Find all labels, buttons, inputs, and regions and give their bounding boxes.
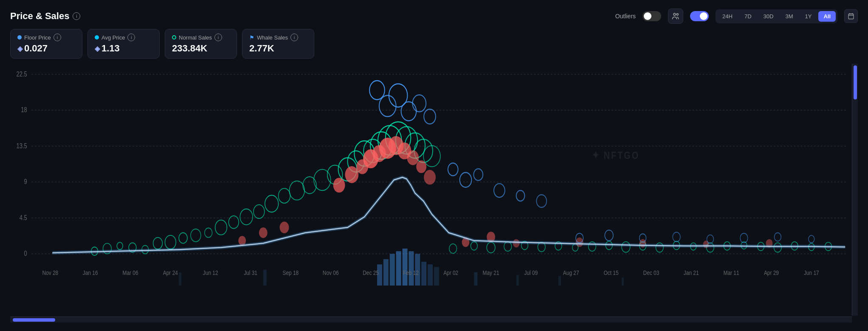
svg-point-0 <box>674 13 676 15</box>
svg-point-98 <box>416 160 426 173</box>
svg-point-101 <box>259 227 268 238</box>
svg-rect-32 <box>622 277 624 286</box>
svg-point-102 <box>280 222 289 233</box>
svg-text:13.5: 13.5 <box>17 142 27 150</box>
scrollbar-bottom[interactable] <box>10 317 852 323</box>
normal-sales-label: Normal Sales i <box>172 34 230 41</box>
svg-rect-22 <box>396 251 401 286</box>
floor-price-card: Floor Price i ◈ 0.027 <box>10 29 82 59</box>
svg-rect-34 <box>179 272 181 286</box>
svg-text:Jul 09: Jul 09 <box>524 269 538 277</box>
page-title: Price & Sales <box>10 11 69 22</box>
controls: Outliers 24H 7D 30D 3M <box>615 8 858 24</box>
outliers-toggle-knob <box>644 12 651 20</box>
avg-price-eth: ◈ <box>95 45 100 53</box>
scrollbar-right-thumb <box>854 65 857 99</box>
title-info-icon[interactable]: i <box>73 12 80 20</box>
svg-point-99 <box>424 170 436 185</box>
svg-text:18: 18 <box>21 106 27 114</box>
svg-text:Dec 03: Dec 03 <box>643 269 659 277</box>
svg-text:Sep 18: Sep 18 <box>282 269 299 277</box>
svg-text:Nov 06: Nov 06 <box>323 269 339 277</box>
calendar-icon <box>848 13 854 20</box>
time-btn-1y[interactable]: 1Y <box>800 11 817 22</box>
svg-rect-29 <box>474 272 477 286</box>
svg-text:May 21: May 21 <box>483 269 499 277</box>
avg-price-label-text: Avg Price <box>101 34 125 41</box>
normal-sales-info[interactable]: i <box>214 34 222 41</box>
svg-rect-23 <box>403 249 408 286</box>
floor-price-info[interactable]: i <box>54 34 61 41</box>
outliers-toggle[interactable] <box>643 11 661 21</box>
svg-text:Jan 21: Jan 21 <box>684 269 699 277</box>
chart-area: 22.5 18 13.5 9 4.5 0 <box>10 64 858 323</box>
svg-rect-21 <box>390 254 395 286</box>
normal-sales-dot <box>172 35 176 40</box>
avg-price-info[interactable]: i <box>127 34 135 41</box>
time-btn-all[interactable]: All <box>818 11 836 22</box>
time-filters: 24H 7D 30D 3M 1Y All <box>716 9 837 23</box>
floor-price-label: Floor Price i <box>17 34 75 41</box>
svg-text:Apr 02: Apr 02 <box>443 269 458 277</box>
svg-text:Nov 28: Nov 28 <box>42 269 58 277</box>
svg-rect-24 <box>409 251 414 286</box>
svg-rect-31 <box>558 276 561 286</box>
svg-text:Apr 24: Apr 24 <box>163 269 178 277</box>
svg-text:22.5: 22.5 <box>17 70 27 78</box>
svg-point-1 <box>676 14 678 15</box>
svg-text:Jan 16: Jan 16 <box>83 269 98 277</box>
avg-price-card: Avg Price i ◈ 1.13 <box>87 29 160 59</box>
main-toggle[interactable] <box>690 11 709 21</box>
whale-sales-label: ⚑ Whale Sales i <box>249 34 307 41</box>
svg-text:Oct 15: Oct 15 <box>604 269 619 277</box>
group-icon-btn[interactable] <box>668 8 683 24</box>
main-toggle-knob <box>700 12 707 20</box>
svg-text:Mar 06: Mar 06 <box>122 269 138 277</box>
svg-text:Jun 12: Jun 12 <box>203 269 218 277</box>
svg-point-90 <box>345 166 358 183</box>
watermark-text: ✦ NFTGO <box>592 150 640 161</box>
avg-price-label: Avg Price i <box>95 34 152 41</box>
svg-point-89 <box>333 178 345 192</box>
main-container: Price & Sales i Outliers <box>0 0 868 331</box>
normal-sales-value: 233.84K <box>172 43 230 54</box>
svg-rect-30 <box>516 275 519 286</box>
svg-rect-2 <box>848 14 854 19</box>
group-icon <box>671 12 680 20</box>
svg-rect-27 <box>428 264 433 286</box>
svg-text:4.5: 4.5 <box>20 214 27 222</box>
stats-row: Floor Price i ◈ 0.027 Avg Price i ◈ 1.13 <box>10 29 858 59</box>
floor-price-value: ◈ 0.027 <box>17 43 75 54</box>
avg-price-dot <box>95 35 99 40</box>
svg-rect-20 <box>383 259 389 286</box>
title-area: Price & Sales i <box>10 11 80 22</box>
svg-text:Mar 11: Mar 11 <box>724 269 739 277</box>
time-btn-3m[interactable]: 3M <box>780 11 798 22</box>
svg-text:Apr 29: Apr 29 <box>764 269 779 277</box>
floor-price-dot <box>17 35 22 40</box>
svg-rect-26 <box>421 262 426 286</box>
svg-text:Feb 12: Feb 12 <box>403 269 419 277</box>
svg-text:9: 9 <box>24 178 27 186</box>
svg-point-97 <box>407 150 419 165</box>
normal-sales-card: Normal Sales i 233.84K <box>165 29 237 59</box>
time-btn-24h[interactable]: 24H <box>717 11 738 22</box>
time-btn-30d[interactable]: 30D <box>758 11 779 22</box>
normal-sales-label-text: Normal Sales <box>179 34 212 41</box>
svg-text:0: 0 <box>24 250 27 257</box>
svg-text:Jun 17: Jun 17 <box>804 269 819 277</box>
svg-text:Aug 27: Aug 27 <box>563 269 579 277</box>
floor-price-eth: ◈ <box>17 45 23 53</box>
whale-sales-card: ⚑ Whale Sales i 2.77K <box>242 29 314 59</box>
whale-flag-icon: ⚑ <box>249 34 254 41</box>
scrollbar-bottom-thumb <box>13 318 55 322</box>
scrollbar-right[interactable] <box>852 64 858 316</box>
svg-rect-33 <box>263 270 267 286</box>
svg-text:Dec 25: Dec 25 <box>363 269 379 277</box>
chart-svg: 22.5 18 13.5 9 4.5 0 <box>10 64 858 323</box>
time-btn-7d[interactable]: 7D <box>739 11 757 22</box>
calendar-btn[interactable] <box>844 9 858 23</box>
svg-text:Jul 31: Jul 31 <box>244 269 257 277</box>
whale-sales-info[interactable]: i <box>290 34 298 41</box>
floor-price-label-text: Floor Price <box>24 34 51 41</box>
